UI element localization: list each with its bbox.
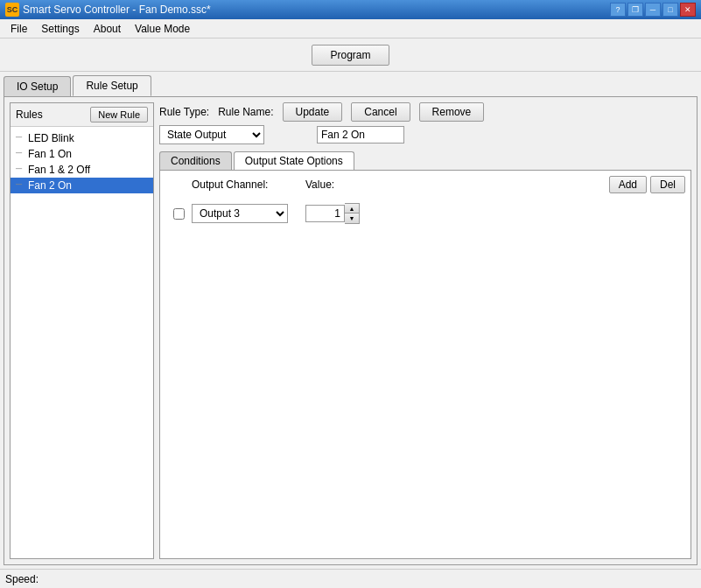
update-button[interactable]: Update bbox=[283, 102, 343, 122]
output-value-input[interactable] bbox=[305, 205, 345, 222]
right-panel: Rule Type: Rule Name: Update Cancel Remo… bbox=[159, 102, 691, 559]
rule-type-select[interactable]: State Output Pulse Output Sequence bbox=[159, 125, 264, 144]
rule-name-label: Rule Name: bbox=[218, 106, 273, 118]
add-button[interactable]: Add bbox=[609, 176, 647, 193]
rule-type-label: Rule Type: bbox=[159, 106, 209, 118]
rule-header-row: Rule Type: Rule Name: Update Cancel Remo… bbox=[159, 102, 691, 122]
rule-name-group: Rule Name: bbox=[218, 106, 273, 118]
rule-item-fan1-on[interactable]: Fan 1 On bbox=[11, 146, 153, 162]
new-rule-button[interactable]: New Rule bbox=[90, 107, 148, 122]
output-header-row: Output Channel: Value: Add Del bbox=[165, 176, 685, 197]
menu-bar: File Settings About Value Mode bbox=[0, 19, 701, 38]
tab-bar: IO Setup Rule Setup bbox=[4, 75, 697, 96]
rules-list: LED Blink Fan 1 On Fan 1 & 2 Off Fan 2 O… bbox=[11, 127, 153, 558]
sub-tab-conditions[interactable]: Conditions bbox=[159, 151, 232, 170]
col-channel-header: Output Channel: bbox=[192, 178, 305, 191]
rule-name-input[interactable] bbox=[317, 126, 404, 144]
rules-header: Rules New Rule bbox=[11, 103, 153, 127]
menu-value-mode[interactable]: Value Mode bbox=[128, 21, 197, 37]
status-bar: Speed: bbox=[0, 569, 701, 588]
restore-button[interactable]: ❐ bbox=[627, 3, 643, 17]
output-col-headers: Output Channel: Value: bbox=[165, 178, 609, 191]
output-state-content: Output Channel: Value: Add Del bbox=[159, 170, 691, 559]
menu-about[interactable]: About bbox=[87, 21, 128, 37]
title-bar-left: SC Smart Servo Controller - Fan Demo.ssc… bbox=[5, 3, 211, 17]
tab-rule-setup[interactable]: Rule Setup bbox=[73, 75, 151, 96]
title-bar: SC Smart Servo Controller - Fan Demo.ssc… bbox=[0, 0, 701, 19]
app-icon: SC bbox=[5, 3, 19, 17]
output-row-checkbox-container bbox=[165, 208, 192, 220]
menu-settings[interactable]: Settings bbox=[34, 21, 86, 37]
maximize-button[interactable]: □ bbox=[662, 3, 678, 17]
output-value-container: ▲ ▼ bbox=[305, 203, 360, 224]
value-spinner: ▲ ▼ bbox=[345, 203, 360, 224]
status-label: Speed: bbox=[5, 573, 39, 585]
title-bar-controls: ? ❐ ─ □ ✕ bbox=[610, 3, 696, 17]
main-content: IO Setup Rule Setup Rules New Rule LED B… bbox=[0, 72, 701, 569]
output-actions: Add Del bbox=[609, 176, 685, 193]
rules-label: Rules bbox=[16, 108, 43, 121]
del-button[interactable]: Del bbox=[650, 176, 685, 193]
close-button[interactable]: ✕ bbox=[680, 3, 696, 17]
title-text: Smart Servo Controller - Fan Demo.ssc* bbox=[23, 4, 211, 16]
value-decrement-button[interactable]: ▼ bbox=[345, 214, 359, 223]
help-button[interactable]: ? bbox=[610, 3, 626, 17]
program-button[interactable]: Program bbox=[312, 45, 389, 66]
rule-type-group: Rule Type: bbox=[159, 106, 209, 118]
sub-tab-output-state[interactable]: Output State Options bbox=[234, 151, 354, 170]
output-channel-select[interactable]: Output 1 Output 2 Output 3 Output 4 bbox=[192, 204, 288, 223]
tab-io-setup[interactable]: IO Setup bbox=[4, 76, 71, 96]
minimize-button[interactable]: ─ bbox=[645, 3, 661, 17]
rules-panel: Rules New Rule LED Blink Fan 1 On Fan 1 … bbox=[10, 102, 154, 559]
program-area: Program bbox=[0, 38, 701, 72]
menu-file[interactable]: File bbox=[4, 21, 34, 37]
rules-panel-layout: Rules New Rule LED Blink Fan 1 On Fan 1 … bbox=[10, 102, 691, 559]
cancel-button[interactable]: Cancel bbox=[351, 102, 410, 122]
value-increment-button[interactable]: ▲ bbox=[345, 204, 359, 214]
output-row-checkbox[interactable] bbox=[173, 208, 185, 220]
rule-item-fan12-off[interactable]: Fan 1 & 2 Off bbox=[11, 162, 153, 178]
col-value-header: Value: bbox=[305, 178, 375, 191]
remove-button[interactable]: Remove bbox=[419, 102, 485, 122]
output-row: Output 1 Output 2 Output 3 Output 4 ▲ ▼ bbox=[165, 200, 685, 227]
tab-content: Rules New Rule LED Blink Fan 1 On Fan 1 … bbox=[4, 96, 697, 565]
sub-tab-bar: Conditions Output State Options bbox=[159, 151, 691, 170]
rule-item-fan2-on[interactable]: Fan 2 On bbox=[11, 178, 153, 193]
rule-item-led-blink[interactable]: LED Blink bbox=[11, 130, 153, 146]
